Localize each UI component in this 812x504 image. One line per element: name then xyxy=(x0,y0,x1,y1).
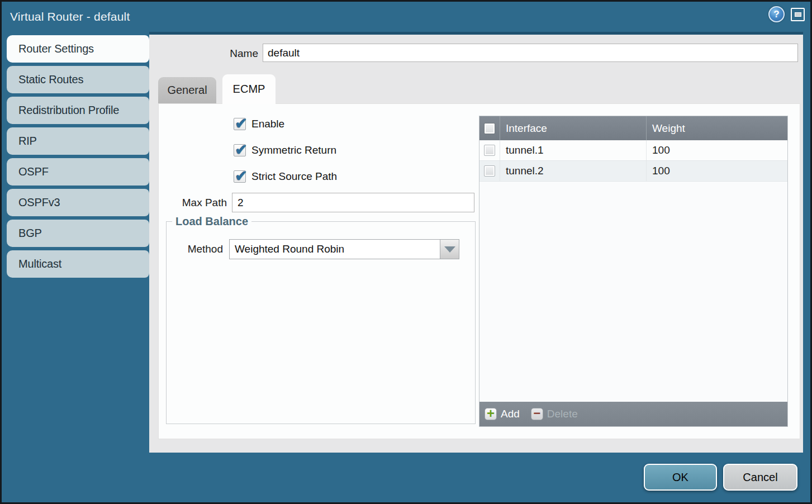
checkbox-label: Symmetric Return xyxy=(251,144,336,156)
sidebar-item-label: Multicast xyxy=(18,258,61,270)
checkbox[interactable] xyxy=(234,144,246,156)
max-path-label: Max Path xyxy=(159,197,227,209)
interface-table: Interface Weight tunnel.1 100 xyxy=(479,116,788,427)
delete-button[interactable]: − Delete xyxy=(531,408,578,420)
sidebar-item-label: Static Routes xyxy=(18,73,83,85)
name-label: Name xyxy=(183,47,258,60)
column-header-weight: Weight xyxy=(646,116,787,140)
table-footer: + Add − Delete xyxy=(479,402,787,426)
dialog-title: Virtual Router - default xyxy=(10,2,130,32)
ecmp-option-row: Strict Source Path xyxy=(234,170,337,183)
ok-button[interactable]: OK xyxy=(644,464,717,491)
sidebar-item-label: BGP xyxy=(18,227,42,239)
ecmp-option-row: Symmetric Return xyxy=(234,144,337,157)
interface-cell: tunnel.1 xyxy=(500,140,646,160)
select-all-checkbox[interactable] xyxy=(484,123,495,134)
row-checkbox-cell xyxy=(479,161,500,181)
weight-cell: 100 xyxy=(646,140,787,160)
chevron-down-icon xyxy=(444,246,455,253)
sidebar-item[interactable]: OSPF xyxy=(7,158,149,186)
table-body: tunnel.1 100 tunnel.2 100 xyxy=(479,140,787,402)
method-row: Method Weighted Round Robin xyxy=(167,239,475,259)
interface-cell: tunnel.2 xyxy=(500,161,646,181)
sidebar-item-label: OSPFv3 xyxy=(18,196,60,208)
sidebar-item[interactable]: Router Settings xyxy=(7,35,149,63)
checkbox[interactable] xyxy=(234,170,246,183)
ecmp-tab-panel: Enable Symmetric Return Strict Source Pa… xyxy=(158,103,800,439)
method-label: Method xyxy=(167,243,229,255)
column-header-interface: Interface xyxy=(500,116,646,140)
dialog-content: Name General ECMP Enable Symmetric Retur… xyxy=(149,32,803,453)
sidebar-item-label: OSPF xyxy=(18,165,49,178)
load-balance-fieldset: Load Balance Method Weighted Round Robin xyxy=(166,215,476,424)
add-icon: + xyxy=(485,408,497,420)
tab-ecmp[interactable]: ECMP xyxy=(222,74,276,104)
ecmp-options: Enable Symmetric Return Strict Source Pa… xyxy=(234,117,337,196)
row-checkbox[interactable] xyxy=(484,145,495,156)
add-button-label: Add xyxy=(501,408,520,420)
sidebar-item[interactable]: Static Routes xyxy=(7,66,149,93)
sidebar-item[interactable]: OSPFv3 xyxy=(7,189,149,216)
row-checkbox[interactable] xyxy=(484,165,495,177)
ecmp-option-row: Enable xyxy=(234,117,337,131)
virtual-router-dialog: Virtual Router - default ? Router Settin… xyxy=(2,2,810,502)
checkbox-label: Strict Source Path xyxy=(251,170,337,183)
delete-button-label: Delete xyxy=(547,408,578,420)
add-button[interactable]: + Add xyxy=(485,408,520,420)
checkbox-label: Enable xyxy=(251,118,284,130)
content-top-divider xyxy=(149,32,803,35)
window-restore-icon-inner xyxy=(795,12,801,17)
sidebar: Router Settings Static Routes Redistribu… xyxy=(2,32,149,502)
sidebar-item-label: RIP xyxy=(18,135,37,147)
weight-cell: 100 xyxy=(646,161,787,181)
cancel-button[interactable]: Cancel xyxy=(723,464,797,491)
sidebar-item-label: Redistribution Profile xyxy=(18,104,119,116)
table-row[interactable]: tunnel.1 100 xyxy=(479,140,787,161)
delete-icon: − xyxy=(531,408,543,420)
sidebar-item[interactable]: Redistribution Profile xyxy=(7,97,149,124)
title-bar: Virtual Router - default ? xyxy=(2,2,810,32)
checkbox[interactable] xyxy=(234,118,246,130)
sidebar-item-label: Router Settings xyxy=(18,42,94,55)
table-header: Interface Weight xyxy=(479,116,787,140)
method-select[interactable]: Weighted Round Robin xyxy=(229,239,440,259)
method-dropdown-button[interactable] xyxy=(440,239,459,259)
header-checkbox-cell xyxy=(479,116,500,140)
sidebar-item[interactable]: BGP xyxy=(7,220,149,247)
window-restore-icon[interactable] xyxy=(791,8,805,21)
load-balance-legend: Load Balance xyxy=(172,215,251,228)
name-input[interactable] xyxy=(263,44,798,62)
sidebar-item[interactable]: Multicast xyxy=(7,250,149,278)
help-icon[interactable]: ? xyxy=(768,6,785,22)
table-row[interactable]: tunnel.2 100 xyxy=(479,161,787,182)
max-path-input[interactable] xyxy=(232,193,474,212)
row-checkbox-cell xyxy=(479,140,500,160)
sidebar-item[interactable]: RIP xyxy=(7,127,149,155)
tab-general[interactable]: General xyxy=(158,77,216,103)
